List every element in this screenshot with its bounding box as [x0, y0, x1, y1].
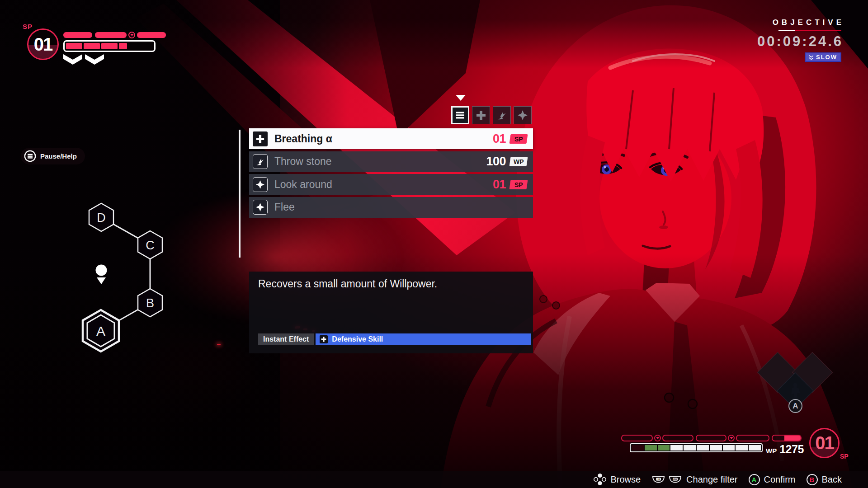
star-icon — [253, 200, 268, 215]
wp-gauge-segment — [645, 445, 657, 450]
control-hints-bar: Browse LB RB Change filter A Confirm B B… — [0, 471, 868, 488]
selected-tab-indicator — [456, 95, 466, 101]
confirm-hint[interactable]: A Confirm — [749, 474, 796, 485]
party-turn-gauge — [621, 435, 802, 441]
turn-gauge-segment — [621, 435, 653, 441]
star-icon — [253, 177, 268, 192]
cost-type-badge: SP — [509, 180, 528, 189]
confirm-label: Confirm — [764, 474, 796, 485]
wp-gauge-segments — [632, 445, 761, 450]
character-silhouette-icon — [788, 382, 803, 400]
turn-gauge-segment — [736, 435, 769, 441]
turn-gauge-marker — [728, 435, 735, 441]
party-sp-label: SP — [840, 453, 849, 460]
map-node-label: D — [97, 211, 106, 225]
cost-type-badge: SP — [509, 134, 528, 144]
turn-gauge-segment — [696, 435, 726, 441]
map-node-label: C — [146, 239, 155, 252]
effect-type-bar: Defensive Skill — [316, 333, 531, 345]
cost-value: 100 — [486, 155, 506, 169]
slow-status-label: SLOW — [816, 54, 837, 61]
wp-gauge-segment — [697, 445, 709, 450]
tab-all-commands[interactable] — [451, 106, 469, 124]
command-breathing-alpha[interactable]: Breathing α 01 SP — [249, 128, 533, 149]
plus-icon — [320, 335, 328, 343]
party-wp-readout: WP 1275 — [766, 443, 804, 456]
cost-value: 01 — [493, 178, 506, 192]
effect-timing-label: Instant Effect — [258, 333, 314, 345]
party-sp-counter: 01 — [809, 428, 840, 458]
wp-gauge-segment — [670, 445, 683, 450]
cost-type-badge: WP — [509, 157, 528, 166]
command-cost: 100 WP — [486, 155, 527, 169]
confirm-action-button[interactable]: A — [788, 399, 802, 413]
svg-text:RB: RB — [673, 478, 677, 481]
command-look-around[interactable]: Look around 01 SP — [249, 174, 533, 195]
map-node-label: A — [96, 324, 105, 338]
battle-command-list: Breathing α 01 SP Throw stone 100 WP Loo… — [249, 128, 533, 218]
objective-progress-line — [778, 30, 841, 31]
command-cost: 01 SP — [493, 132, 527, 146]
double-chevron-down-icon — [809, 55, 814, 60]
objective-panel: OBJECTIVE 00:09:24.6 SLOW — [757, 18, 841, 62]
plus-icon — [253, 131, 268, 146]
effect-type-value: Defensive Skill — [332, 335, 383, 343]
skill-description: Recovers a small amount of Willpower. — [258, 277, 520, 291]
tab-skills[interactable] — [514, 106, 532, 124]
party-wp-gauge — [630, 443, 763, 452]
browse-hint[interactable]: Browse — [594, 473, 641, 486]
command-label: Throw stone — [274, 155, 332, 168]
command-label: Breathing α — [274, 133, 332, 145]
change-filter-label: Change filter — [686, 474, 737, 485]
tab-attacks[interactable] — [493, 106, 511, 124]
menu-icon — [456, 111, 465, 120]
wp-gauge-segment — [749, 445, 761, 450]
command-throw-stone[interactable]: Throw stone 100 WP — [249, 151, 533, 172]
turn-gauge-fill — [784, 436, 801, 441]
location-pin — [96, 265, 107, 276]
objective-timer: 00:09:24.6 — [757, 33, 843, 50]
cost-value: 01 — [493, 132, 506, 146]
b-button-icon: B — [807, 474, 818, 485]
scene-ember-light — [217, 344, 221, 345]
wp-unit-label: WP — [766, 447, 777, 455]
change-filter-hint[interactable]: LB RB Change filter — [651, 474, 737, 485]
menu-accent-line — [239, 130, 241, 258]
attack-icon — [253, 154, 268, 169]
wp-gauge-segment — [632, 445, 644, 450]
dpad-icon — [594, 473, 606, 486]
map-node-label: B — [146, 296, 154, 310]
command-flee[interactable]: Flee — [249, 197, 533, 218]
objective-title: OBJECTIVE — [773, 18, 844, 27]
command-cost: 01 SP — [493, 178, 527, 192]
back-hint[interactable]: B Back — [807, 474, 842, 485]
attack-icon — [497, 110, 507, 120]
rb-bumper-icon: RB — [668, 475, 682, 484]
area-map: D C B A — [0, 0, 190, 361]
tab-items[interactable] — [472, 106, 490, 124]
action-button-letter: A — [793, 402, 798, 411]
wp-gauge-segment — [710, 445, 722, 450]
wp-gauge-segment — [736, 445, 748, 450]
a-button-icon: A — [749, 474, 760, 485]
plus-icon — [476, 110, 486, 120]
svg-text:LB: LB — [657, 478, 661, 481]
turn-gauge-marker — [654, 435, 661, 441]
browse-label: Browse — [610, 474, 641, 485]
slow-status-badge: SLOW — [805, 52, 841, 62]
skill-info-panel: Recovers a small amount of Willpower. In… — [249, 272, 533, 353]
wp-gauge-segment — [684, 445, 696, 450]
star-icon — [518, 110, 528, 120]
wp-value: 1275 — [779, 443, 804, 456]
back-label: Back — [822, 474, 842, 485]
party-sp-value: 01 — [815, 433, 834, 453]
wp-gauge-segment — [658, 445, 670, 450]
wp-gauge-segment — [723, 445, 735, 450]
turn-gauge-segment — [772, 435, 802, 441]
command-label: Look around — [274, 178, 332, 191]
turn-gauge-segment — [662, 435, 693, 441]
location-pin-tip — [97, 277, 106, 284]
command-label: Flee — [274, 201, 295, 213]
lb-bumper-icon: LB — [651, 475, 665, 484]
